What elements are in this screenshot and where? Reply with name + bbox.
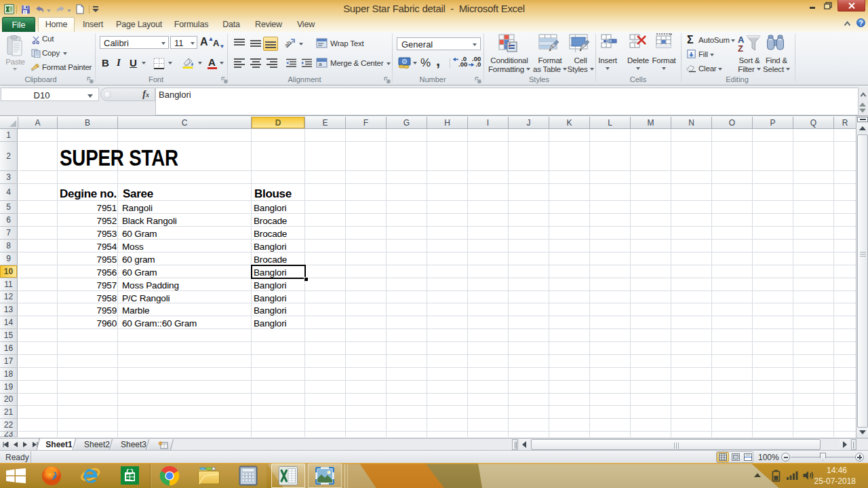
svg-text:ab: ab <box>285 39 292 49</box>
svg-text:Z: Z <box>738 43 743 52</box>
svg-text:a: a <box>319 61 322 67</box>
